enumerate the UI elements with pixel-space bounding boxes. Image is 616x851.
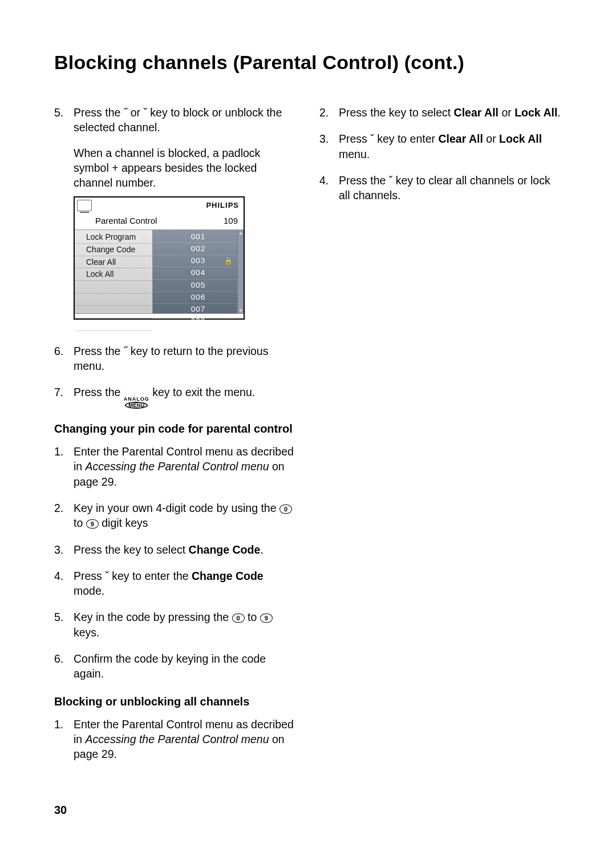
lock-icon: 🔒: [224, 256, 233, 265]
step-text: Press the ˝ or ˇ key to block or unblock…: [74, 105, 297, 135]
subheading-block-all: Blocking or unblocking all channels: [54, 694, 297, 709]
step-6b: 6. Confirm the code by keying in the cod…: [54, 651, 297, 681]
osd-scrollbar: ▲ ▼: [237, 230, 244, 313]
osd-option-blank: [75, 318, 152, 331]
osd-channel-list: 001 002 003🔒 004 005 006 007 008 ▲: [153, 230, 244, 313]
step-4: 4. Press ˇ key to enter the Change Code …: [54, 568, 297, 599]
osd-body: Lock Program Change Code Clear All Lock …: [75, 229, 244, 313]
osd-channel: 007: [153, 304, 244, 316]
step-text: Enter the Parental Control menu as decri…: [74, 444, 297, 489]
osd-option-blank: [75, 281, 152, 293]
step-number: 2.: [54, 501, 74, 531]
change-pin-steps: 1. Enter the Parental Control menu as de…: [54, 444, 297, 681]
tv-icon: [77, 200, 92, 211]
step-note: When a channel is blocked, a padlock sym…: [74, 146, 297, 191]
step-number: 1.: [54, 444, 74, 489]
step-number: 4.: [319, 173, 339, 203]
step-text: Key in the code by pressing the 0 to 9 k…: [74, 610, 297, 640]
step-1: 1. Enter the Parental Control menu as de…: [54, 444, 297, 489]
brand-label: PHILIPS: [206, 200, 239, 211]
digit-9-key-icon: 9: [86, 519, 99, 529]
step-5b: 5. Key in the code by pressing the 0 to …: [54, 610, 297, 640]
step-number: 4.: [54, 568, 74, 599]
digit-0-key-icon: 0: [279, 505, 292, 514]
osd-channel: 003🔒: [153, 255, 244, 267]
step-text: Press the key to select Clear All or Loc…: [339, 105, 562, 120]
osd-header: Parental Control 109: [75, 213, 244, 229]
osd-channel: 004: [153, 267, 244, 279]
osd-channel: 006: [153, 292, 244, 304]
steps-continued: 5. Press the ˝ or ˇ key to block or unbl…: [54, 105, 297, 409]
step-6: 6. Press the ˝ key to return to the prev…: [54, 344, 297, 374]
step-text: Press the ˇ key to clear all channels or…: [339, 173, 562, 203]
osd-option-blank: [75, 306, 152, 318]
step-text: Press the ANALOG MENU key to exit the me…: [74, 385, 297, 409]
step-text: Press the key to select Change Code.: [74, 542, 297, 557]
right-column: 2. Press the key to select Clear All or …: [319, 105, 562, 773]
step-text: Enter the Parental Control menu as decri…: [74, 717, 297, 762]
step-1: 1. Enter the Parental Control menu as de…: [54, 717, 297, 762]
step-2: 2. Key in your own 4-digit code by using…: [54, 501, 297, 531]
osd-channel: 001: [153, 231, 244, 243]
osd-channel: 008: [153, 316, 244, 328]
step-number: 2.: [319, 105, 339, 120]
osd-option: Lock Program: [75, 231, 152, 244]
osd-option: Lock All: [75, 268, 152, 281]
osd-channel-header: 109: [224, 215, 238, 227]
step-number: 7.: [54, 385, 74, 409]
osd-channel: 005: [153, 280, 244, 292]
step-number: 3.: [319, 131, 339, 162]
osd-option: Clear All: [75, 256, 152, 269]
step-7: 7. Press the ANALOG MENU key to exit the…: [54, 385, 297, 409]
digit-0-key-icon: 0: [232, 614, 245, 623]
step-text: Press ˇ key to enter Clear All or Lock A…: [339, 131, 562, 162]
osd-channel: 002: [153, 243, 244, 255]
step-number: 1.: [54, 717, 74, 762]
page-title: Blocking channels (Parental Control) (co…: [54, 51, 562, 74]
left-column: 5. Press the ˝ or ˇ key to block or unbl…: [54, 105, 297, 773]
step-text: Key in your own 4-digit code by using th…: [74, 501, 297, 531]
page-number: 30: [54, 804, 67, 817]
subheading-change-pin: Changing your pin code for parental cont…: [54, 421, 297, 436]
step-2: 2. Press the key to select Clear All or …: [319, 105, 562, 120]
two-column-layout: 5. Press the ˝ or ˇ key to block or unbl…: [54, 105, 562, 773]
step-number: 3.: [54, 542, 74, 557]
step-text: Press ˇ key to enter the Change Code mod…: [74, 568, 297, 599]
scroll-up-icon: ▲: [238, 230, 244, 236]
step-3: 3. Press ˇ key to enter Clear All or Loc…: [319, 131, 562, 162]
step-number: 5.: [54, 105, 74, 332]
digit-9-key-icon: 9: [260, 614, 273, 623]
menu-key-icon: ANALOG MENU: [124, 397, 149, 409]
step-4: 4. Press the ˇ key to clear all channels…: [319, 173, 562, 203]
scroll-down-icon: ▼: [238, 308, 244, 313]
step-3: 3. Press the key to select Change Code.: [54, 542, 297, 557]
osd-top-bar: PHILIPS: [75, 197, 244, 213]
step-number: 5.: [54, 610, 74, 640]
osd-screenshot: PHILIPS Parental Control 109 Lock Progra…: [74, 196, 245, 320]
osd-menu-title: Parental Control: [95, 215, 157, 227]
step-text: Confirm the code by keying in the code a…: [74, 651, 297, 681]
step-5: 5. Press the ˝ or ˇ key to block or unbl…: [54, 105, 297, 332]
step-number: 6.: [54, 651, 74, 681]
step-number: 6.: [54, 344, 74, 374]
manual-page: Blocking channels (Parental Control) (co…: [0, 0, 616, 851]
step-text: Press the ˝ key to return to the previou…: [74, 344, 297, 374]
osd-option: Change Code: [75, 244, 152, 256]
block-all-steps-continued: 2. Press the key to select Clear All or …: [319, 105, 562, 203]
osd-option-blank: [75, 293, 152, 306]
osd-option-list: Lock Program Change Code Clear All Lock …: [75, 230, 153, 313]
block-all-steps: 1. Enter the Parental Control menu as de…: [54, 717, 297, 762]
